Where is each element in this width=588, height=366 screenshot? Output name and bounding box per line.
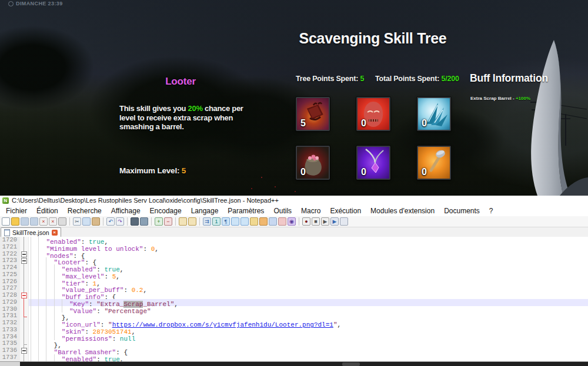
code-line-1725[interactable]: 1725"max_level": 5, <box>0 271 588 278</box>
code-line-1737[interactable]: 1737"enabled": true, <box>0 354 588 361</box>
looter-skill-node[interactable]: 5 <box>296 97 330 131</box>
print-icon[interactable] <box>58 217 66 226</box>
line-number[interactable]: 1720 <box>0 237 20 244</box>
fold-collapse-icon-active[interactable] <box>21 293 27 298</box>
code-text[interactable]: "enabled": true, <box>29 354 588 361</box>
document-map-icon[interactable] <box>259 217 268 226</box>
menu-edition[interactable]: Édition <box>32 206 63 216</box>
necklace-skill-node[interactable]: 0 <box>356 146 390 180</box>
code-text[interactable]: "tier": 1, <box>29 278 588 286</box>
undo-icon[interactable]: ↶ <box>106 217 115 226</box>
title-bar[interactable]: N C:\Users\Delltus\Desktop\Les Rustophil… <box>0 196 588 205</box>
menu-documents[interactable]: Documents <box>439 206 485 216</box>
blue-hand-skill-node[interactable]: 0 <box>417 97 451 131</box>
find-icon[interactable] <box>131 217 139 226</box>
folder-as-workspace-icon[interactable] <box>278 217 286 226</box>
code-text[interactable]: "icon_url": "https://www.dropbox.com/s/y… <box>29 320 588 327</box>
save-macro-icon[interactable] <box>340 217 348 226</box>
menu-macro[interactable]: Macro <box>296 206 325 216</box>
zoom-out-icon[interactable]: − <box>164 217 172 226</box>
line-number[interactable]: 1737 <box>0 354 20 361</box>
close-file-icon[interactable]: × <box>39 217 48 226</box>
paste-icon[interactable] <box>92 217 100 226</box>
menu-execution[interactable]: Exécution <box>325 206 366 216</box>
play-macro-icon[interactable]: ▶ <box>321 217 329 226</box>
code-text[interactable]: "enabled": true, <box>29 264 588 271</box>
code-line-1726[interactable]: 1726"tier": 1, <box>0 278 588 286</box>
menu-aide[interactable]: ? <box>485 206 498 216</box>
save-icon[interactable] <box>21 217 29 226</box>
code-line-1729[interactable]: 1729"Key": "Extra_Scrap_Barrel", <box>0 299 588 306</box>
line-number[interactable]: 1725 <box>0 271 20 278</box>
line-operations-icon[interactable]: ⇉ <box>203 217 211 226</box>
menu-langage[interactable]: Langage <box>186 206 223 216</box>
replace-icon[interactable] <box>140 217 148 226</box>
menu-outils[interactable]: Outils <box>269 206 296 216</box>
fold-margin[interactable] <box>20 257 29 264</box>
scrap-bag-skill-node[interactable]: 0 <box>296 146 330 180</box>
line-number[interactable]: 1721 <box>0 244 20 251</box>
code-line-1720[interactable]: 1720"enabled": true, <box>0 237 588 244</box>
code-line-1736[interactable]: 1736"Barrel Smasher": { <box>0 347 588 354</box>
document-list-icon[interactable] <box>269 217 277 226</box>
function-list-icon[interactable] <box>250 217 258 226</box>
monitoring-icon[interactable]: ◉ <box>288 217 296 226</box>
line-numbering-icon[interactable]: 1 <box>212 217 220 226</box>
code-line-1732[interactable]: 1732"icon_url": "https://www.dropbox.com… <box>0 320 588 327</box>
code-text[interactable]: "Barrel Smasher": { <box>29 347 588 354</box>
menu-encodage[interactable]: Encodage <box>145 206 186 216</box>
code-line-1728[interactable]: 1728"buff_info": { <box>0 292 588 299</box>
line-number[interactable]: 1729 <box>0 299 20 306</box>
menu-fichier[interactable]: Fichier <box>1 206 32 216</box>
scrollbar-thumb[interactable] <box>342 362 360 366</box>
hammer-skill-node[interactable]: 0 <box>417 146 451 180</box>
line-number[interactable]: 1733 <box>0 327 20 334</box>
redo-icon[interactable]: ↷ <box>116 217 124 226</box>
code-line-1735[interactable]: 1735}, <box>0 340 588 347</box>
tab-close-icon[interactable]: × <box>52 230 58 236</box>
code-line-1722[interactable]: 1722"nodes": { <box>0 251 588 258</box>
fold-collapse-icon[interactable] <box>21 348 27 354</box>
code-text[interactable]: "Key": "Extra_Scrap_Barrel", <box>29 299 588 306</box>
code-line-1724[interactable]: 1724"enabled": true, <box>0 264 588 271</box>
code-text[interactable]: "nodes": { <box>29 251 588 258</box>
cut-icon[interactable]: ✂ <box>73 217 81 226</box>
word-wrap-icon[interactable]: ¶ <box>222 217 230 226</box>
new-file-icon[interactable] <box>2 217 10 226</box>
code-line-1730[interactable]: 1730"Value": "Percentage" <box>0 306 588 313</box>
sync-vertical-icon[interactable] <box>179 217 187 226</box>
code-text[interactable]: "permissions": null <box>29 334 588 341</box>
code-text[interactable]: "skin": 2873051741, <box>29 327 588 334</box>
code-text[interactable]: "value_per_buff": 0.2, <box>29 285 588 292</box>
fold-collapse-icon[interactable] <box>21 251 27 257</box>
code-editor[interactable]: 1720"enabled": true,1721"Minimum level t… <box>0 237 588 361</box>
save-all-icon[interactable] <box>30 217 38 226</box>
code-line-1734[interactable]: 1734"permissions": null <box>0 334 588 341</box>
horizontal-scrollbar[interactable] <box>0 361 588 366</box>
code-text[interactable]: }, <box>29 340 588 347</box>
sync-horizontal-icon[interactable] <box>188 217 196 226</box>
code-text[interactable]: "buff_info": { <box>29 292 588 299</box>
code-line-1721[interactable]: 1721"Minimum level to unlock": 0, <box>0 244 588 251</box>
code-line-1731[interactable]: 1731}, <box>0 313 588 320</box>
show-all-characters-icon[interactable] <box>231 217 239 226</box>
record-macro-icon[interactable]: ● <box>302 217 310 226</box>
code-text[interactable]: "Minimum level to unlock": 0, <box>29 244 588 251</box>
code-line-1727[interactable]: 1727"value_per_buff": 0.2, <box>0 285 588 292</box>
code-text[interactable]: "max_level": 5, <box>29 271 588 278</box>
fold-margin[interactable] <box>20 251 29 258</box>
zoom-in-icon[interactable]: + <box>155 217 163 226</box>
fold-margin[interactable] <box>20 292 29 299</box>
close-all-icon[interactable]: × <box>49 217 57 226</box>
menu-modules-extension[interactable]: Modules d'extension <box>366 206 439 216</box>
code-text[interactable]: "enabled": true, <box>29 237 588 244</box>
fold-collapse-icon[interactable] <box>21 258 27 264</box>
stop-macro-icon[interactable]: ■ <box>312 217 320 226</box>
fold-margin[interactable] <box>20 347 29 354</box>
scrollbar-track[interactable] <box>20 362 588 366</box>
run-macro-multiple-icon[interactable]: ▶ <box>330 217 339 226</box>
menu-parametres[interactable]: Paramètres <box>223 206 269 216</box>
open-folder-icon[interactable] <box>11 217 19 226</box>
code-line-1733[interactable]: 1733"skin": 2873051741, <box>0 327 588 334</box>
code-text[interactable]: "Value": "Percentage" <box>29 306 588 313</box>
